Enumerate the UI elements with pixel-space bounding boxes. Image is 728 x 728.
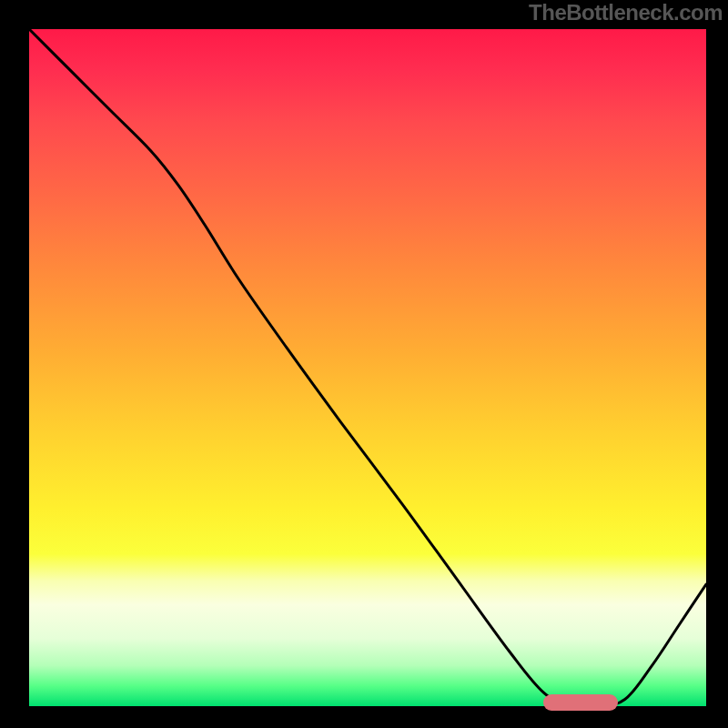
attribution-watermark: TheBottleneck.com <box>529 0 723 25</box>
chart-frame: TheBottleneck.com <box>0 0 728 728</box>
plot-area <box>29 29 706 706</box>
optimal-range-marker <box>543 694 618 711</box>
curve-layer <box>29 29 706 706</box>
data-curve <box>29 29 706 706</box>
